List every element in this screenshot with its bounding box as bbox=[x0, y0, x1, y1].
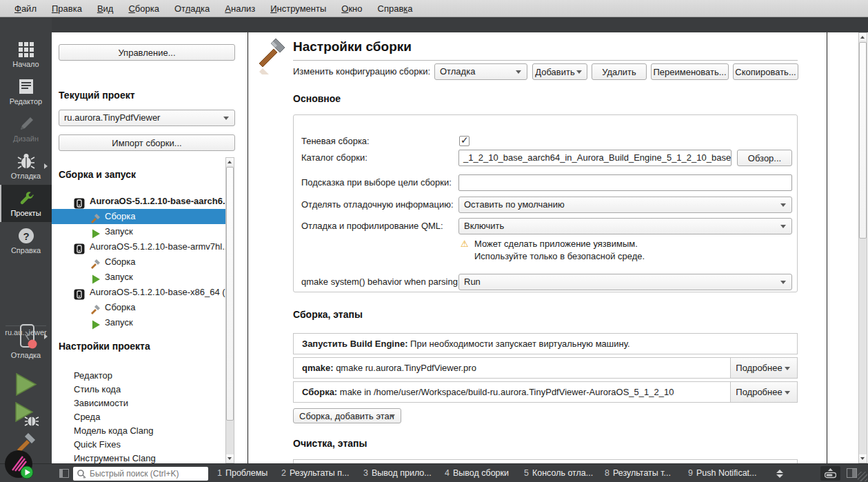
rename-config-button[interactable]: Переименовать... bbox=[651, 63, 729, 80]
add-build-step-button[interactable]: Сборка, добавить этап bbox=[293, 408, 401, 423]
current-project-heading: Текущий проект bbox=[59, 90, 135, 101]
build-settings-hammer-icon bbox=[256, 36, 288, 74]
kit-icon-wrap bbox=[74, 241, 85, 252]
scroll-up-icon[interactable] bbox=[860, 36, 865, 39]
pane-label: Вывод прило... bbox=[372, 468, 432, 478]
toggle-right-sidebar-icon[interactable] bbox=[847, 468, 857, 478]
kit-config-row-build[interactable]: Сборка bbox=[52, 209, 226, 224]
kit-config-row-run[interactable]: Запуск bbox=[52, 224, 226, 239]
step-details-button[interactable]: Подробнее bbox=[730, 358, 797, 378]
import-build-button[interactable]: Импорт сборки... bbox=[59, 134, 235, 151]
menu-справка[interactable]: Справка bbox=[370, 0, 421, 17]
locator-search[interactable] bbox=[73, 467, 208, 481]
kit-row[interactable]: AuroraOS-5.1.2.10-base-armv7hl... bbox=[52, 239, 226, 254]
svg-text:?: ? bbox=[23, 230, 29, 242]
scroll-up-icon[interactable] bbox=[228, 161, 232, 163]
browse-button[interactable]: Обзор... bbox=[737, 150, 792, 166]
scroll-down-icon[interactable] bbox=[860, 457, 865, 460]
search-icon bbox=[77, 469, 88, 479]
qtcreator-window: ФайлПравкаВидСборкаОтладкаАнализИнструме… bbox=[0, 0, 868, 482]
menu-правка[interactable]: Правка bbox=[44, 0, 90, 17]
scroll-down-icon[interactable] bbox=[228, 457, 232, 460]
debug-flyout-arrow-icon[interactable] bbox=[44, 163, 48, 169]
kit-config-row-run[interactable]: Запуск bbox=[52, 270, 226, 285]
build-step-row: qmake: qmake ru.aurora.TinyPdfViewer.pro… bbox=[293, 357, 798, 379]
details-label: Подробнее bbox=[736, 387, 782, 397]
build-directory-field[interactable]: _1_2_10_base_aarch64_in_Aurora_Build_Eng… bbox=[458, 150, 731, 166]
config-label: Сборка bbox=[105, 211, 136, 221]
menu-вид[interactable]: Вид bbox=[90, 0, 121, 17]
toggle-progress-details-button[interactable] bbox=[820, 466, 840, 481]
project-panel-scrollbar[interactable] bbox=[225, 157, 234, 463]
settings-item-editor[interactable]: Редактор bbox=[74, 369, 112, 383]
chevron-down-icon bbox=[780, 225, 786, 228]
locator-input[interactable] bbox=[90, 469, 200, 479]
shadow-build-checkbox[interactable]: ✓ bbox=[459, 136, 470, 146]
output-pane-button-3[interactable]: 3Вывод прило... bbox=[363, 464, 432, 482]
kit-config-row-build[interactable]: Сборка bbox=[52, 300, 226, 315]
debug-run-button[interactable] bbox=[14, 402, 39, 428]
shadow-build-label: Теневая сборка: bbox=[301, 133, 370, 150]
mode-label: Дизайн bbox=[0, 134, 52, 143]
run-button[interactable] bbox=[14, 372, 37, 396]
window-resize-grip[interactable] bbox=[858, 472, 867, 481]
mode-help[interactable]: ? Справка bbox=[0, 222, 52, 259]
step-name: qmake: bbox=[302, 363, 334, 373]
copy-config-button[interactable]: Скопировать... bbox=[733, 63, 798, 80]
kit-row[interactable]: AuroraOS-5.1.2.10-base-x86_64 (... bbox=[52, 285, 226, 300]
pane-number: 8 bbox=[605, 468, 609, 478]
qml-debug-combo[interactable]: Включить bbox=[458, 218, 792, 234]
output-pane-button-5[interactable]: 5Консоль отла... bbox=[524, 464, 593, 482]
menu-файл[interactable]: Файл bbox=[7, 0, 44, 17]
device-kit-icon bbox=[74, 198, 85, 209]
home-grid-icon bbox=[17, 41, 35, 59]
remove-config-button[interactable]: Удалить bbox=[592, 63, 647, 80]
add-config-button[interactable]: Добавить bbox=[532, 63, 587, 80]
settings-item-code-style[interactable]: Стиль кода bbox=[74, 383, 121, 396]
mode-welcome[interactable]: Начало bbox=[0, 36, 52, 73]
qmake-system-combo[interactable]: Run bbox=[458, 274, 792, 290]
settings-item-dependencies[interactable]: Зависимости bbox=[74, 396, 128, 410]
scrollbar-thumb[interactable] bbox=[859, 42, 867, 239]
scrollbar-thumb[interactable] bbox=[226, 167, 234, 421]
toggle-left-sidebar-icon[interactable] bbox=[59, 469, 69, 478]
mode-debug[interactable]: Отладка bbox=[0, 148, 52, 185]
target-flyout-arrow-icon[interactable] bbox=[44, 334, 48, 339]
build-dir-label: Каталог сборки: bbox=[301, 150, 367, 166]
kit-row[interactable]: AuroraOS-5.1.2.10-base-aarch6... bbox=[52, 194, 226, 209]
settings-item-environment[interactable]: Среда bbox=[74, 410, 100, 424]
manage-kits-button[interactable]: Управление... bbox=[59, 44, 235, 61]
menu-сборка[interactable]: Сборка bbox=[121, 0, 167, 17]
output-pane-button-8[interactable]: 8Результаты т... bbox=[605, 464, 671, 482]
config-icon-wrap bbox=[90, 272, 101, 283]
settings-item-quick-fixes[interactable]: Quick Fixes bbox=[74, 438, 121, 452]
target-device-icon[interactable] bbox=[17, 323, 37, 350]
step-details-button[interactable]: Подробнее bbox=[730, 382, 797, 402]
menu-анализ[interactable]: Анализ bbox=[217, 0, 263, 17]
project-selector-combo[interactable]: ru.aurora.TinyPdfViewer bbox=[59, 110, 235, 126]
mode-projects[interactable]: Проекты bbox=[0, 185, 52, 222]
build-config-combo[interactable]: Отладка bbox=[434, 63, 527, 80]
tooltip-field[interactable] bbox=[458, 174, 792, 191]
kit-config-row-run[interactable]: Запуск bbox=[52, 315, 226, 330]
debug-icon bbox=[17, 152, 35, 170]
output-pane-button-2[interactable]: 2Результаты п... bbox=[281, 464, 349, 482]
menu-окно[interactable]: Окно bbox=[334, 0, 370, 17]
output-pane-button-9[interactable]: 9Push Notificat... bbox=[688, 464, 757, 482]
main-scrollbar[interactable] bbox=[858, 32, 867, 463]
mode-editor[interactable]: Редактор bbox=[0, 73, 52, 110]
pane-selector-arrows-icon[interactable] bbox=[776, 470, 784, 478]
kit-config-row-build[interactable]: Сборка bbox=[52, 254, 226, 270]
settings-right-border bbox=[827, 32, 827, 463]
pane-label: Push Notificat... bbox=[696, 468, 757, 478]
mode-design: Дизайн bbox=[0, 110, 52, 148]
output-pane-button-4[interactable]: 4Вывод сборки bbox=[445, 464, 509, 482]
menu-отладка[interactable]: Отладка bbox=[167, 0, 217, 17]
output-pane-button-1[interactable]: 1Проблемы bbox=[217, 464, 268, 482]
kit-icon-wrap bbox=[74, 287, 85, 298]
app-launcher-icon[interactable] bbox=[4, 450, 34, 480]
separate-debug-combo[interactable]: Оставить по умолчанию bbox=[458, 197, 792, 213]
menu-инструменты[interactable]: Инструменты bbox=[263, 0, 334, 17]
projects-icon bbox=[17, 190, 35, 208]
settings-item-clang-code-model[interactable]: Модель кода Clang bbox=[74, 424, 153, 438]
